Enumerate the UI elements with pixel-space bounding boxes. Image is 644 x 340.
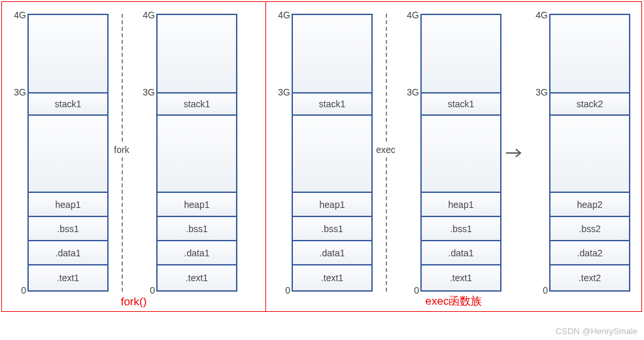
- seg-data: .data1: [29, 240, 107, 264]
- seg-gap: [158, 114, 236, 192]
- tick-4g: 4G: [14, 10, 26, 20]
- memory-column: stack1 heap1 .bss1 .data1 .text1: [156, 14, 237, 292]
- tick-0: 0: [150, 285, 155, 296]
- tick-0: 0: [414, 285, 419, 296]
- seg-stack: stack1: [158, 92, 236, 114]
- seg-heap: heap1: [422, 192, 500, 216]
- seg-gap: [551, 114, 629, 192]
- seg-data: .data1: [422, 240, 500, 264]
- seg-kernel: [29, 15, 107, 92]
- panel-fork: 4G 3G 0 stack1 heap1 .bss1 .data1 .text1…: [1, 1, 266, 312]
- arrow-exec: [501, 14, 528, 292]
- tick-0: 0: [543, 285, 548, 296]
- tick-0: 0: [21, 285, 26, 296]
- seg-gap: [29, 114, 107, 192]
- axis-labels: 4G 3G 0: [6, 14, 27, 292]
- divider-label: exec: [375, 142, 397, 158]
- memory-column: stack2 heap2 .bss2 .data2 .text2: [549, 14, 630, 292]
- seg-stack: stack1: [293, 92, 371, 114]
- seg-text: .text2: [551, 264, 629, 290]
- seg-text: .text1: [293, 264, 371, 290]
- seg-text: .text1: [29, 264, 107, 290]
- seg-bss: .bss1: [422, 216, 500, 240]
- tick-3g: 3G: [407, 87, 419, 97]
- divider-exec: exec: [373, 14, 399, 292]
- seg-text: .text1: [158, 264, 236, 290]
- seg-bss: .bss1: [293, 216, 371, 240]
- seg-stack: stack1: [422, 92, 500, 114]
- diagram-root: 4G 3G 0 stack1 heap1 .bss1 .data1 .text1…: [0, 0, 644, 312]
- seg-gap: [293, 114, 371, 192]
- seg-data: .data2: [551, 240, 629, 264]
- tick-4g: 4G: [535, 10, 548, 20]
- panel-caption-exec: exec函数族: [426, 294, 483, 309]
- column-1: 4G 3G 0 stack1 heap1 .bss1 .data1 .text1: [6, 14, 109, 292]
- seg-stack: stack1: [29, 92, 107, 114]
- seg-bss: .bss1: [29, 216, 107, 240]
- tick-4g: 4G: [143, 10, 155, 20]
- axis-labels: 4G 3G 0: [528, 14, 549, 292]
- column-5: 4G 3G 0 stack2 heap2 .bss2 .data2 .text2: [528, 14, 630, 292]
- divider-label: fork: [112, 142, 130, 158]
- memory-column: stack1 heap1 .bss1 .data1 .text1: [292, 14, 373, 292]
- axis-labels: 4G 3G 0: [270, 14, 292, 292]
- seg-bss: .bss2: [551, 216, 629, 240]
- watermark: CSDN @HenrySmale: [556, 326, 637, 336]
- tick-0: 0: [285, 285, 290, 296]
- memory-column: stack1 heap1 .bss1 .data1 .text1: [27, 14, 109, 292]
- tick-3g: 3G: [535, 87, 548, 97]
- tick-4g: 4G: [278, 10, 290, 20]
- seg-gap: [422, 114, 500, 192]
- column-2: 4G 3G 0 stack1 heap1 .bss1 .data1 .text1: [135, 14, 237, 292]
- tick-3g: 3G: [278, 87, 290, 97]
- divider-fork: fork: [109, 14, 135, 292]
- column-4: 4G 3G 0 stack1 heap1 .bss1 .data1 .text1: [399, 14, 501, 292]
- seg-kernel: [551, 15, 629, 92]
- seg-text: .text1: [422, 264, 500, 290]
- seg-data: .data1: [293, 240, 371, 264]
- panel-exec: 4G 3G 0 stack1 heap1 .bss1 .data1 .text1…: [265, 1, 642, 312]
- axis-labels: 4G 3G 0: [399, 14, 420, 292]
- arrow-right-icon: [505, 146, 524, 160]
- column-3: 4G 3G 0 stack1 heap1 .bss1 .data1 .text1: [270, 14, 373, 292]
- seg-stack: stack2: [551, 92, 629, 114]
- seg-kernel: [293, 15, 371, 92]
- seg-data: .data1: [158, 240, 236, 264]
- tick-3g: 3G: [143, 87, 155, 97]
- seg-heap: heap1: [158, 192, 236, 216]
- tick-4g: 4G: [407, 10, 419, 20]
- panel-caption-fork: fork(): [121, 296, 147, 309]
- axis-labels: 4G 3G 0: [135, 14, 156, 292]
- seg-heap: heap1: [29, 192, 107, 216]
- seg-bss: .bss1: [158, 216, 236, 240]
- seg-kernel: [422, 15, 500, 92]
- seg-kernel: [158, 15, 236, 92]
- seg-heap: heap1: [293, 192, 371, 216]
- memory-column: stack1 heap1 .bss1 .data1 .text1: [420, 14, 501, 292]
- seg-heap: heap2: [551, 192, 629, 216]
- tick-3g: 3G: [14, 87, 26, 97]
